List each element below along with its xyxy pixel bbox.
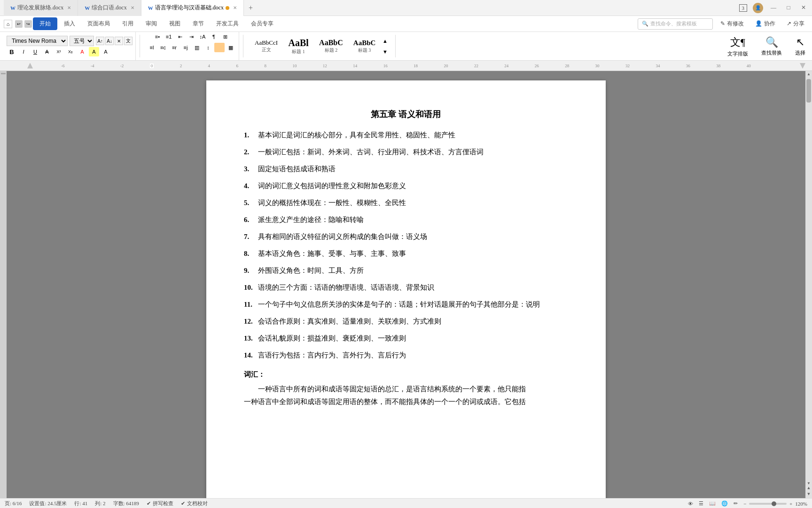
ruler-mark: 10 — [292, 64, 297, 68]
align-left-button[interactable]: ≡l — [147, 43, 157, 52]
zoom-slider[interactable] — [749, 503, 787, 505]
view-normal-icon[interactable]: 👁 — [688, 501, 693, 507]
ribbon-tab-review[interactable]: 审阅 — [140, 18, 163, 30]
styles-more-button[interactable]: ▲▼ — [382, 35, 388, 57]
list-item: 6. 派生意义产生的途径：隐喻和转喻 — [244, 214, 568, 225]
align-right-button[interactable]: ≡r — [169, 43, 180, 52]
scroll-up-arrow[interactable]: ▲ — [807, 72, 811, 76]
right-scrollbar[interactable]: ▲ ▼ ▲ ▼ — [805, 71, 812, 498]
show-marks-button[interactable]: ¶ — [209, 32, 219, 41]
search-bar[interactable]: 🔍 查找命令、搜索模板 — [638, 18, 713, 30]
page-next-button[interactable]: ▼ — [807, 492, 811, 496]
border-button[interactable]: ▦ — [226, 43, 236, 52]
font-size-select[interactable]: 五号 — [70, 36, 94, 46]
revision-btn[interactable]: ✎ 有修改 — [717, 19, 748, 29]
tab-close-linguistics[interactable]: ✕ — [233, 5, 237, 10]
collab-btn[interactable]: 👤 协作 — [751, 19, 779, 29]
list-num-12: 12. — [244, 316, 258, 327]
insert-table-button[interactable]: ⊞ — [220, 32, 230, 41]
ribbon-tab-references[interactable]: 引用 — [117, 18, 139, 30]
find-replace-button[interactable]: 🔍 查找替换 — [758, 34, 785, 58]
font-increase-button[interactable]: A↑ — [96, 37, 104, 45]
ribbon-tab-insert[interactable]: 插入 — [58, 18, 81, 30]
indent-decrease-button[interactable]: ⇤ — [175, 32, 185, 41]
home-icon-btn[interactable]: ⌂ — [4, 20, 12, 28]
style-h3[interactable]: AaBbC 标题 3 — [350, 37, 380, 56]
left-indent-marker[interactable] — [27, 63, 33, 69]
columns-button[interactable]: ▥ — [192, 43, 202, 52]
style-normal-label: 正文 — [262, 47, 271, 53]
scroll-thumb[interactable] — [806, 79, 811, 103]
select-button[interactable]: ↖ 选择 — [792, 34, 808, 58]
list-content-9: 外围语义角色：时间、工具、方所 — [258, 265, 568, 276]
redo-icon[interactable]: ↪ — [24, 20, 32, 28]
clear-format-button[interactable]: ✕ — [115, 37, 123, 45]
font-decrease-button[interactable]: A↓ — [105, 37, 114, 45]
shading-button[interactable] — [214, 43, 225, 52]
scroll-down-arrow[interactable]: ▼ — [807, 481, 811, 485]
strikethrough-button[interactable]: A — [42, 47, 52, 56]
close-button[interactable]: ✕ — [799, 3, 808, 13]
ribbon-tab-member[interactable]: 会员专享 — [245, 18, 279, 30]
spellcheck-area[interactable]: ✔ 拼写检查 — [147, 500, 173, 507]
zoom-out-button[interactable]: − — [743, 501, 746, 507]
view-web-icon[interactable]: 🌐 — [721, 500, 728, 507]
zoom-in-button[interactable]: + — [789, 501, 792, 507]
tab-linguistics[interactable]: W 语言学理论与汉语基础.docx ✕ — [141, 0, 244, 16]
text-format-icon: 文¶ — [730, 35, 745, 49]
subscript-button[interactable]: X₂ — [65, 47, 76, 56]
ribbon-tab-chapter[interactable]: 章节 — [187, 18, 210, 30]
zoom-area: − + 120% — [743, 501, 807, 507]
spellcheck-label: 拼写检查 — [153, 500, 173, 507]
document-area[interactable]: 第五章 语义和语用 1. 基本词汇是词汇的核心部分，具有全民常用性、稳固性、能产… — [7, 71, 805, 498]
add-tab-button[interactable]: + — [244, 4, 258, 12]
highlight-button[interactable]: A — [89, 47, 99, 56]
style-h1[interactable]: AaBl 标题 1 — [284, 36, 312, 57]
doccheck-area[interactable]: ✔ 文档校对 — [181, 500, 208, 507]
doccheck-icon: ✔ — [181, 500, 185, 507]
indent-increase-button[interactable]: ⇥ — [186, 32, 196, 41]
share-btn[interactable]: ↗ 分享 — [783, 19, 808, 29]
bold-button[interactable]: B — [7, 47, 17, 56]
maximize-button[interactable]: □ — [784, 3, 793, 13]
undo-icon[interactable]: ↩ — [15, 20, 23, 28]
ribbon-tab-home[interactable]: 开始 — [33, 17, 57, 30]
line-spacing-button[interactable]: ↕ — [203, 43, 213, 52]
view-edit-icon[interactable]: ✏ — [734, 500, 738, 507]
align-center-button[interactable]: ≡c — [158, 43, 168, 52]
text-format-button[interactable]: 文¶ 文字排版 — [725, 33, 751, 59]
tab-theory[interactable]: W 理论发展脉络.docx ✕ — [4, 0, 78, 16]
char-border-button[interactable]: A — [101, 47, 111, 56]
font-name-select[interactable]: Times New Roma — [7, 36, 68, 46]
page-prev-button[interactable]: ▲ — [807, 485, 811, 490]
tab-close-oral[interactable]: ✕ — [131, 5, 134, 10]
bullet-list-button[interactable]: ≡• — [152, 32, 163, 41]
style-h2[interactable]: AaBbC 标题 2 — [315, 37, 347, 56]
ribbon-tab-view[interactable]: 视图 — [164, 18, 186, 30]
ribbon-tab-devtools[interactable]: 开发工具 — [211, 18, 244, 30]
style-normal[interactable]: AaBbCcI 正文 — [251, 37, 281, 55]
list-num-1: 1. — [244, 129, 258, 141]
view-reading-icon[interactable]: 📖 — [709, 500, 716, 507]
font-color-button[interactable]: A — [77, 47, 87, 56]
underline-button[interactable]: U — [30, 47, 40, 56]
right-indent-marker[interactable] — [800, 63, 805, 69]
left-scroll-up[interactable] — [1, 73, 6, 74]
ruler-mark: 40 — [747, 64, 751, 68]
ruler-mark: 8 — [264, 64, 266, 68]
align-justify-button[interactable]: ≡j — [180, 43, 191, 52]
ribbon-tab-layout[interactable]: 页面布局 — [82, 18, 116, 30]
tab-close-theory[interactable]: ✕ — [67, 5, 71, 10]
ruler-mark: 26 — [535, 64, 539, 68]
share-label: 分享 — [793, 20, 804, 28]
sort-button[interactable]: ↕A — [197, 32, 208, 41]
minimize-button[interactable]: — — [769, 3, 778, 13]
numbered-list-button[interactable]: ≡1 — [164, 32, 174, 41]
italic-button[interactable]: I — [18, 47, 29, 56]
superscript-button[interactable]: X² — [54, 47, 64, 56]
tab-oral[interactable]: W 综合口语.docx ✕ — [78, 0, 141, 16]
phonetic-button[interactable]: 文 — [124, 37, 133, 45]
view-outline-icon[interactable]: ☰ — [699, 500, 703, 507]
list-num-13: 13. — [244, 333, 258, 344]
tab-label-linguistics: 语言学理论与汉语基础.docx — [155, 4, 224, 12]
